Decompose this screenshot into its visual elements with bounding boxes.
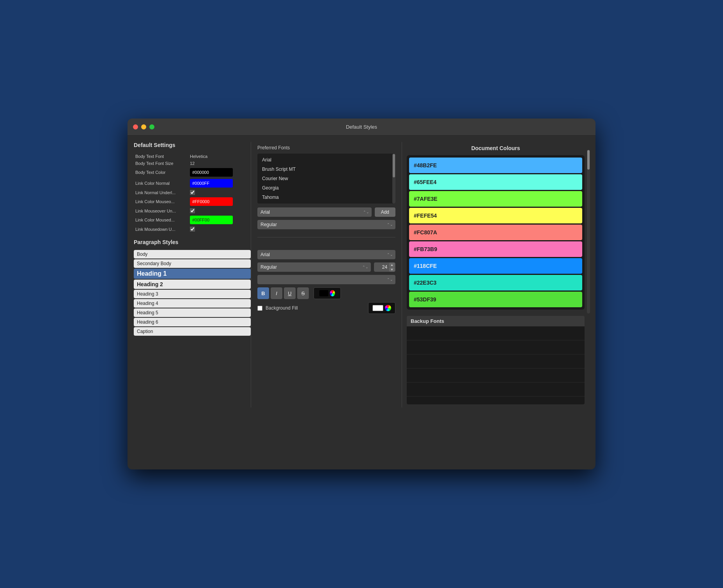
divider: [257, 237, 395, 237]
list-item[interactable]: #7AFE3E: [409, 191, 582, 207]
setting-value: [188, 225, 251, 233]
table-row: Body Text Color #000000: [134, 167, 251, 178]
table-row: Link Color Mouseo... #FF0000: [134, 196, 251, 207]
table-row: Body Text Font Size 12: [134, 160, 251, 167]
font-settings-section: Arial Helvetica Regular Bold Italic: [257, 250, 395, 314]
setting-label: Body Text Color: [134, 167, 188, 178]
style-select[interactable]: Regular Bold Italic Bold Italic: [257, 220, 395, 229]
list-item[interactable]: Courier New: [259, 174, 394, 183]
font-size-value: 12: [190, 161, 195, 166]
minimize-button[interactable]: [141, 124, 146, 129]
list-item: [407, 354, 585, 368]
list-item[interactable]: Brush Script MT: [259, 165, 394, 174]
setting-value: Helvetica: [188, 153, 251, 160]
list-item: [407, 383, 585, 397]
list-item[interactable]: Caption: [134, 327, 251, 336]
setting-value[interactable]: #000000: [188, 167, 251, 178]
list-item[interactable]: #FB73B9: [409, 241, 582, 257]
table-row: Link Mouseover Un...: [134, 207, 251, 214]
bg-fill-color-button[interactable]: [368, 302, 395, 314]
style-select-wrapper: Regular Bold Italic Bold Italic: [257, 220, 395, 229]
setting-value[interactable]: #00FF00: [188, 214, 251, 225]
title-bar: Default Styles: [128, 119, 595, 136]
list-item[interactable]: #48B2FE: [409, 158, 582, 173]
list-item[interactable]: #53DF39: [409, 292, 582, 307]
link-mouseover-underline-checkbox[interactable]: [190, 208, 195, 213]
background-fill-checkbox[interactable]: [257, 306, 262, 311]
setting-value[interactable]: #0000FF: [188, 178, 251, 189]
list-item[interactable]: Heading 6: [134, 318, 251, 326]
right-panel: Document Colours #48B2FE #65FEE4 #7AFE3E…: [402, 142, 589, 407]
list-item[interactable]: #22E3C3: [409, 275, 582, 290]
main-window: Default Styles Default Settings Body Tex…: [128, 119, 595, 469]
link-color-normal-swatch[interactable]: #0000FF: [190, 179, 233, 188]
add-font-button[interactable]: Add: [375, 207, 395, 217]
window-title: Default Styles: [346, 124, 377, 130]
underline-button[interactable]: U: [284, 287, 296, 299]
para-style-select[interactable]: Regular Bold Italic: [257, 262, 371, 272]
para-font-select[interactable]: Arial Helvetica: [257, 250, 395, 259]
list-item[interactable]: Heading 5: [134, 308, 251, 317]
list-item[interactable]: Heading 3: [134, 290, 251, 298]
list-item[interactable]: Tahoma: [259, 193, 394, 202]
third-dropdown-wrapper: [257, 275, 395, 284]
backup-fonts-section: Backup Fonts: [407, 316, 585, 404]
setting-value: [188, 207, 251, 214]
link-color-mousedown-swatch[interactable]: #00FF00: [190, 216, 233, 224]
third-dropdown[interactable]: [257, 275, 395, 284]
fonts-list-container: Arial Brush Script MT Courier New Georgi…: [257, 154, 395, 204]
text-color-display: [319, 289, 335, 298]
list-item[interactable]: Arial: [259, 155, 394, 165]
bold-button[interactable]: B: [257, 287, 269, 299]
settings-table: Body Text Font Helvetica Body Text Font …: [134, 153, 251, 233]
link-mousedown-underline-checkbox[interactable]: [190, 227, 195, 232]
preferred-fonts-section: Preferred Fonts Arial Brush Script MT Co…: [257, 145, 395, 232]
list-item[interactable]: #FC807A: [409, 225, 582, 240]
scrollbar[interactable]: [392, 154, 395, 204]
list-item[interactable]: Heading 4: [134, 299, 251, 308]
font-select-wrapper: Arial Brush Script MT Courier New Georgi…: [257, 207, 372, 217]
list-item[interactable]: Heading 1: [134, 269, 251, 279]
size-up-button[interactable]: ▲: [389, 263, 395, 267]
background-fill-row: Background Fill: [257, 302, 395, 314]
size-stepper: ▲ ▼: [389, 263, 395, 272]
list-item[interactable]: Body: [134, 250, 251, 259]
list-item[interactable]: Georgia: [259, 183, 394, 193]
setting-value: [188, 189, 251, 196]
colours-scrollbar-thumb: [587, 150, 590, 170]
text-color-button[interactable]: [314, 287, 341, 299]
body-text-color-swatch[interactable]: #000000: [190, 168, 233, 177]
setting-value[interactable]: #FF0000: [188, 196, 251, 207]
setting-label: Link Color Moused...: [134, 214, 188, 225]
bg-fill-swatch: [372, 305, 383, 311]
close-button[interactable]: [133, 124, 138, 129]
list-item[interactable]: #FEFE54: [409, 208, 582, 223]
paragraph-styles-section: Paragraph Styles Body Secondary Body Hea…: [134, 239, 251, 336]
setting-label: Link Color Mouseo...: [134, 196, 188, 207]
link-normal-underline-checkbox[interactable]: [190, 190, 195, 195]
paragraph-styles-title: Paragraph Styles: [134, 239, 251, 245]
list-item[interactable]: #118CFE: [409, 258, 582, 274]
size-down-button[interactable]: ▼: [389, 267, 395, 272]
font-select[interactable]: Arial Brush Script MT Courier New Georgi…: [257, 207, 372, 217]
strikethrough-button[interactable]: S: [297, 287, 309, 299]
link-mouseover-underline-cell: [190, 208, 249, 213]
colours-list: #48B2FE #65FEE4 #7AFE3E #FEFE54 #FC807A …: [407, 155, 585, 310]
list-item[interactable]: Heading 2: [134, 280, 251, 289]
italic-button[interactable]: I: [271, 287, 282, 299]
list-item[interactable]: #65FEE4: [409, 174, 582, 190]
setting-label: Link Normal Underl...: [134, 189, 188, 196]
link-color-mouseover-swatch[interactable]: #FF0000: [190, 197, 233, 206]
maximize-button[interactable]: [149, 124, 154, 129]
colours-scrollbar[interactable]: [587, 150, 590, 313]
list-item[interactable]: Secondary Body: [134, 259, 251, 268]
list-item: [407, 326, 585, 340]
font-size-wrapper: ▲ ▼: [374, 262, 395, 272]
backup-fonts-title: Backup Fonts: [407, 316, 585, 326]
preferred-fonts-title: Preferred Fonts: [257, 145, 395, 151]
font-dropdown-row: Arial Brush Script MT Courier New Georgi…: [257, 207, 395, 217]
table-row: Link Normal Underl...: [134, 189, 251, 196]
setting-label: Body Text Font: [134, 153, 188, 160]
backup-fonts-list: [407, 326, 585, 404]
table-row: Body Text Font Helvetica: [134, 153, 251, 160]
